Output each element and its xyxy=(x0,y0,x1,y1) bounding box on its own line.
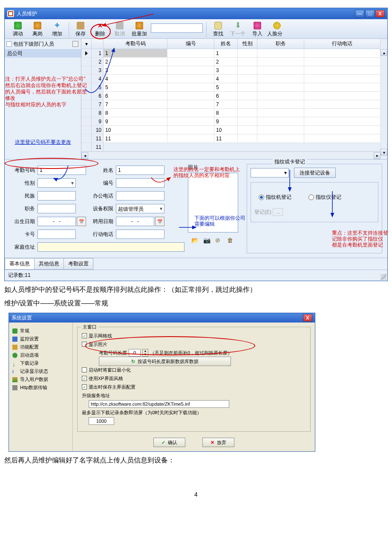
find-button[interactable]: 查找 xyxy=(208,21,228,38)
resize-grip-icon[interactable] xyxy=(380,274,386,280)
table-row[interactable]: 222 xyxy=(81,58,380,66)
tab-att[interactable]: 考勤设置 xyxy=(63,258,93,270)
col-mobile[interactable]: 行动电话 xyxy=(304,39,380,49)
lab-name: 姓名 xyxy=(86,167,116,174)
inp-ethnic[interactable] xyxy=(37,191,76,200)
clear-photo-icon[interactable]: ⊘ xyxy=(215,237,223,244)
add-button[interactable]: +增加 xyxy=(47,21,67,38)
table-row[interactable]: 999 xyxy=(81,117,380,126)
col-attnum[interactable]: 考勤号码 xyxy=(104,39,167,49)
inp-addr[interactable] xyxy=(37,242,184,252)
nav-import[interactable]: 导入用户数据 xyxy=(12,375,69,384)
inp-birth[interactable] xyxy=(37,217,76,226)
toolbar: 调动 离岗 +增加 保存 ×删除 取消 批量加 查找 ⬇下一个 导入 人脸分组 xyxy=(5,19,387,39)
settings-titlebar: 系统设置 X xyxy=(9,313,315,323)
ok-button[interactable]: ✓确认 xyxy=(153,438,185,447)
table-row[interactable]: 111111 xyxy=(81,134,380,143)
nav-startup[interactable]: 启动选项 xyxy=(12,351,69,359)
next-button[interactable]: ⬇下一个 xyxy=(228,21,248,38)
table-row[interactable]: 555 xyxy=(81,83,380,92)
search-input[interactable] xyxy=(151,23,203,33)
delete-photo-icon[interactable]: 🗑 xyxy=(227,237,235,244)
refresh-db-button[interactable]: ↻按该号码长度刷新数据库数据 xyxy=(99,357,231,366)
nav-status-icon: i xyxy=(12,369,17,374)
col-name[interactable]: 姓名 xyxy=(214,39,238,49)
inp-office[interactable] xyxy=(116,191,164,200)
settings-close-button[interactable]: X xyxy=(303,314,312,322)
hired-calendar-icon[interactable]: 📅 xyxy=(155,217,164,226)
lab-duty: 职务 xyxy=(10,205,37,212)
col-duty[interactable]: 职务 xyxy=(257,39,304,49)
inp-card[interactable] xyxy=(37,230,76,239)
tree-icon[interactable] xyxy=(72,41,78,47)
nav-status[interactable]: i记录显示状态 xyxy=(12,367,69,375)
save-button[interactable]: 保存 xyxy=(71,21,90,38)
check-icon: ✓ xyxy=(161,440,165,445)
delete-button[interactable]: ×删除 xyxy=(90,21,110,38)
grid-corner[interactable]: ▾ xyxy=(81,39,92,49)
nav-http[interactable]: Http数据传输 xyxy=(12,384,69,392)
close-button[interactable]: X xyxy=(375,10,385,17)
nav-func[interactable]: 功能配置 xyxy=(12,343,69,351)
titlebar: 人员维护 — □ X xyxy=(5,8,387,19)
radio-machine[interactable]: 指纹机登记 xyxy=(259,194,291,201)
include-sub-checkbox[interactable] xyxy=(6,41,12,47)
camera-icon[interactable]: 📷 xyxy=(203,237,211,244)
lab-hired: 聘用日期 xyxy=(86,218,116,225)
scroll-right-icon[interactable]: ▸ xyxy=(374,152,380,159)
transfer-button[interactable]: 调动 xyxy=(8,21,28,38)
chk-xpstyle[interactable]: ✓ xyxy=(82,376,87,381)
import-button[interactable]: 导入 xyxy=(248,21,267,38)
table-row[interactable]: 111 xyxy=(81,49,380,58)
inp-maxrec[interactable] xyxy=(89,417,114,425)
inp-name[interactable] xyxy=(116,166,164,175)
birth-calendar-icon[interactable]: 📅 xyxy=(77,217,86,226)
inp-code[interactable] xyxy=(116,178,164,188)
cancel-button[interactable]: 取消 xyxy=(110,21,130,38)
tab-other[interactable]: 其他信息 xyxy=(34,258,64,270)
reg-device-select[interactable] xyxy=(251,168,289,177)
radio-device[interactable]: 指纹仪登记 xyxy=(308,194,341,201)
reg-title: 指纹或卡登记 xyxy=(273,158,307,166)
chk-minimize[interactable] xyxy=(82,367,87,372)
v-scrollbar[interactable]: ▴ ▾ xyxy=(380,39,387,159)
table-row[interactable]: 888 xyxy=(81,109,380,117)
sel-devperm[interactable]: 超级管理员 xyxy=(116,204,164,213)
table-row[interactable]: 444 xyxy=(81,75,380,83)
inp-attlen[interactable] xyxy=(129,349,141,357)
batch-button[interactable]: 批量加 xyxy=(130,21,149,38)
tree-root[interactable]: 总公司 xyxy=(5,49,81,58)
nav-monitor[interactable]: 监控设置 xyxy=(12,335,69,343)
table-row[interactable]: 777 xyxy=(81,100,380,109)
table-row[interactable]: 666 xyxy=(81,92,380,100)
minimize-button[interactable]: — xyxy=(355,10,364,17)
tab-basic[interactable]: 基本信息 xyxy=(5,258,35,270)
lab-birth: 出生日期 xyxy=(10,218,37,225)
open-photo-icon[interactable]: 📂 xyxy=(191,237,199,244)
nav-general[interactable]: 常规 xyxy=(12,327,69,335)
h-scrollbar[interactable]: ◂ ▸ xyxy=(81,151,380,159)
inp-hired[interactable] xyxy=(116,217,154,226)
chk-gridlines[interactable]: ✓ xyxy=(82,333,87,338)
cancel-button-2[interactable]: ✕放弃 xyxy=(202,438,234,447)
maximize-button[interactable]: □ xyxy=(365,10,375,17)
nav-download[interactable]: ↓下载记录 xyxy=(12,359,69,367)
table-row[interactable]: 333 xyxy=(81,66,380,75)
inp-attnum[interactable] xyxy=(37,166,86,175)
col-code[interactable]: 编号 xyxy=(167,39,214,49)
scroll-down-icon[interactable]: ▾ xyxy=(380,149,387,156)
attlen-spinner[interactable]: ▲▼ xyxy=(142,349,148,357)
scroll-up-icon[interactable]: ▴ xyxy=(380,49,387,56)
save-icon xyxy=(77,22,84,29)
inp-mobile[interactable] xyxy=(116,230,164,239)
chk-savelayout[interactable]: ✓ xyxy=(82,384,87,389)
scroll-left-icon[interactable]: ◂ xyxy=(81,152,88,159)
sel-sex[interactable] xyxy=(37,178,76,188)
chk-showphoto[interactable] xyxy=(82,342,87,347)
inp-upgrade-url[interactable] xyxy=(89,400,229,408)
leave-button[interactable]: 离岗 xyxy=(28,21,47,38)
inp-duty[interactable] xyxy=(37,204,76,213)
col-sex[interactable]: 性别 xyxy=(238,39,257,49)
connect-device-button[interactable]: 连接登记设备 xyxy=(294,168,336,178)
table-row[interactable]: 101010 xyxy=(81,126,380,134)
